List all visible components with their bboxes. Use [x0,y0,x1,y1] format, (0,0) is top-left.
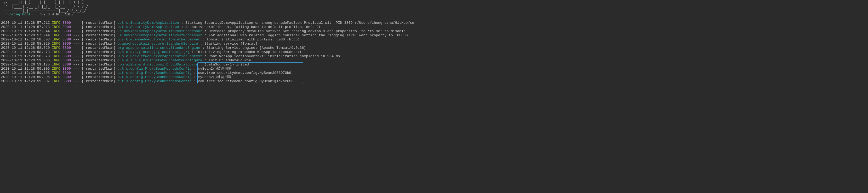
log-logger: .e.DevToolsPropertyDefaultsPostProcessor [118,33,203,37]
log-thread: [ restartedMain] [82,33,116,37]
log-line: 2020-10-11 12:28:59.036 INFO 3809 --- [ … [1,59,867,63]
log-line: 2020-10-11 12:28:58.878 INFO 3809 --- [ … [1,54,867,59]
log-thread: [ restartedMain] [82,63,116,67]
log-pid: 3809 [62,29,71,33]
log-sep: : [181,25,185,29]
log-logger: com.alibaba.druid.pool.DruidDataSource [118,63,200,67]
log-pid: 3809 [62,59,71,62]
log-level: INFO [52,42,60,46]
log-sep: : [194,67,198,71]
log-msg: Initializing Spring embedded WebApplicat… [196,50,302,54]
log-logger: c.t.s.SecurityDemoApplication [118,25,181,29]
log-level: INFO [52,79,60,83]
log-timestamp: 2020-10-11 12:28:58.820 [1,42,52,46]
log-level: INFO [52,75,60,79]
log-msg: For additional web related logging consi… [209,33,410,37]
log-pid: 3809 [62,50,71,54]
log-container: 2020-10-11 12:28:57.912 INFO 3809 --- [ … [1,21,867,83]
log-thread: [ restartedMain] [82,25,116,29]
log-thread: [ restartedMain] [82,46,116,50]
log-timestamp: 2020-10-11 12:28:58.878 [1,50,52,54]
log-dashes: --- [73,42,79,46]
log-logger: c.t.s.config.ProxyBeanMethodsConfig [118,75,194,79]
log-dashes: --- [73,25,79,29]
log-logger: o.apache.catalina.core.StandardService [118,42,200,46]
spring-boot-line: :: Spring Boot :: (v2.3.4.RELEASE) [1,12,867,17]
log-msg: {dataSource-1} inited [205,63,249,67]
log-level: INFO [52,50,60,54]
log-sep: : [194,79,198,83]
log-dashes: --- [73,33,79,37]
log-thread: [ restartedMain] [82,75,116,79]
log-sep: : [205,33,209,37]
log-msg: Devtools property defaults active! Set '… [209,29,405,33]
log-logger: .e.DevToolsPropertyDefaultsPostProcessor [118,29,203,33]
log-sep: : [194,71,198,75]
log-dashes: --- [73,54,79,58]
log-thread: [ restartedMain] [82,29,116,33]
log-dashes: --- [73,79,79,83]
log-msg: Init DruidDataSource [209,59,251,62]
log-msg: com.tree.securitydemo.config.MyBean2@1d7… [198,79,293,83]
log-dashes: --- [73,50,79,54]
log-timestamp: 2020-10-11 12:28:57.913 [1,25,52,29]
log-msg: Starting Servlet engine: [Apache Tomcat/… [207,46,306,50]
log-level: INFO [52,54,60,58]
log-line: 2020-10-11 12:28:57.944 INFO 3809 --- [ … [1,33,867,38]
log-thread: [ restartedMain] [82,67,116,71]
log-level: INFO [52,46,60,50]
log-level: INFO [52,63,60,67]
log-msg: Root WebApplicationContext: initializati… [209,54,340,58]
log-pid: 3809 [62,75,71,79]
spring-ascii-banner: \\ ___)| |_)| | | | || (_| | ) ) ) ) ' |… [1,0,867,12]
log-thread: [ restartedMain] [82,59,116,62]
log-timestamp: 2020-10-11 12:28:59.305 [1,67,52,71]
log-level: INFO [52,59,60,62]
log-logger: c.t.s.config.ProxyBeanMethodsConfig [118,71,194,75]
log-thread: [ restartedMain] [82,54,116,58]
log-sep: : [181,21,185,25]
log-line: 2020-10-11 12:28:58.820 INFO 3809 --- [ … [1,42,867,46]
log-sep: : [200,63,205,67]
log-dashes: --- [73,63,79,67]
log-logger: org.apache.catalina.core.StandardEngine [118,46,203,50]
log-pid: 3809 [62,42,71,46]
log-timestamp: 2020-10-11 12:28:59.306 [1,75,52,79]
log-dashes: --- [73,71,79,75]
log-msg: myBean2()被调用啦 [198,67,231,71]
log-sep: : [200,42,205,46]
log-thread: [ restartedMain] [82,38,116,41]
log-thread: [ restartedMain] [82,21,116,25]
log-dashes: --- [73,59,79,62]
log-dashes: --- [73,75,79,79]
log-thread: [ restartedMain] [82,71,116,75]
log-timestamp: 2020-10-11 12:28:59.036 [1,59,52,62]
log-timestamp: 2020-10-11 12:28:58.808 [1,38,52,41]
log-dashes: --- [73,21,79,25]
log-pid: 3809 [62,54,71,58]
log-timestamp: 2020-10-11 12:28:58.878 [1,54,52,58]
log-line: 2020-10-11 12:28:57.913 INFO 3809 --- [ … [1,25,867,29]
log-line: 2020-10-11 12:28:58.808 INFO 3809 --- [ … [1,38,867,42]
log-dashes: --- [73,67,79,71]
log-timestamp: 2020-10-11 12:28:59.307 [1,79,52,83]
log-sep: : [192,50,196,54]
log-pid: 3809 [62,21,71,25]
log-msg: No active profile set, falling back to d… [185,25,321,29]
log-msg: Starting service [Tomcat] [205,42,257,46]
log-level: INFO [52,33,60,37]
log-logger: c.t.s.config.ProxyBeanMethodsConfig [118,67,194,71]
log-logger: o.a.c.c.C.[Tomcat].[localhost].[/] [118,50,192,54]
log-dashes: --- [73,46,79,50]
log-msg: Tomcat initialized with port(s): 8080 (h… [207,38,300,41]
log-msg: com.tree.securitydemo.config.MyBean2@639… [198,71,291,75]
log-pid: 3809 [62,63,71,67]
log-sep: : [205,59,209,62]
log-level: INFO [52,38,60,41]
log-pid: 3809 [62,38,71,41]
log-level: INFO [52,71,60,75]
log-msg: Starting SecurityDemoApplication on zhon… [185,21,414,25]
log-thread: [ restartedMain] [82,42,116,46]
log-timestamp: 2020-10-11 12:28:57.912 [1,21,52,25]
log-logger: w.s.c.ServletWebServerApplicationContext [118,54,203,58]
